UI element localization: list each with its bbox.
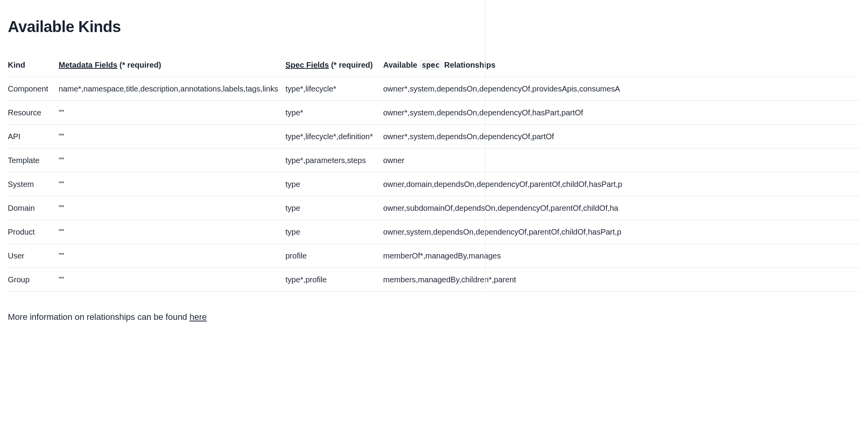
cell-spec: type* xyxy=(285,101,383,125)
cell-kind: Domain xyxy=(8,196,59,220)
cell-kind: Component xyxy=(8,77,59,101)
cell-relationships: owner*,system,dependsOn,dependencyOf,pro… xyxy=(383,77,860,101)
header-relationships-code: spec xyxy=(420,60,442,70)
cell-kind: API xyxy=(8,125,59,149)
spec-fields-link[interactable]: Spec Fields xyxy=(285,61,329,69)
header-relationships-suffix: Relationships xyxy=(442,61,495,69)
cell-relationships: memberOf*,managedBy,manages xyxy=(383,244,860,268)
cell-kind: User xyxy=(8,244,59,268)
cell-metadata: "" xyxy=(59,268,285,292)
metadata-fields-link[interactable]: Metadata Fields xyxy=(59,61,117,69)
cell-metadata: "" xyxy=(59,244,285,268)
cell-metadata: "" xyxy=(59,172,285,196)
table-row: Resource""type*owner*,system,dependsOn,d… xyxy=(8,101,860,125)
page-title: Available Kinds xyxy=(8,16,860,38)
cell-kind: Resource xyxy=(8,101,59,125)
cell-relationships: owner,system,dependsOn,dependencyOf,pare… xyxy=(383,220,860,244)
table-row: API""type*,lifecycle*,definition*owner*,… xyxy=(8,125,860,149)
table-row: Product""typeowner,system,dependsOn,depe… xyxy=(8,220,860,244)
footer-note-text: More information on relationships can be… xyxy=(8,312,190,322)
cell-metadata: "" xyxy=(59,125,285,149)
kinds-table: Kind Metadata Fields (* required) Spec F… xyxy=(8,53,860,292)
header-kind: Kind xyxy=(8,53,59,77)
vertical-divider xyxy=(485,0,485,289)
table-header-row: Kind Metadata Fields (* required) Spec F… xyxy=(8,53,860,77)
header-relationships: Available spec Relationships xyxy=(383,53,860,77)
table-row: Group""type*,profilemembers,managedBy,ch… xyxy=(8,268,860,292)
cell-spec: type xyxy=(285,172,383,196)
table-row: Domain""typeowner,subdomainOf,dependsOn,… xyxy=(8,196,860,220)
header-relationships-prefix: Available xyxy=(383,61,420,69)
cell-relationships: owner,subdomainOf,dependsOn,dependencyOf… xyxy=(383,196,860,220)
table-row: Componentname*,namespace,title,descripti… xyxy=(8,77,860,101)
table-row: System""typeowner,domain,dependsOn,depen… xyxy=(8,172,860,196)
cell-kind: Product xyxy=(8,220,59,244)
cell-kind: Template xyxy=(8,149,59,172)
cell-kind: Group xyxy=(8,268,59,292)
cell-metadata: "" xyxy=(59,101,285,125)
cell-spec: type*,lifecycle*,definition* xyxy=(285,125,383,149)
table-row: User""profilememberOf*,managedBy,manages xyxy=(8,244,860,268)
cell-spec: profile xyxy=(285,244,383,268)
cell-relationships: owner*,system,dependsOn,dependencyOf,par… xyxy=(383,125,860,149)
cell-spec: type xyxy=(285,196,383,220)
cell-metadata: "" xyxy=(59,196,285,220)
metadata-required-note: (* required) xyxy=(117,61,161,69)
header-metadata: Metadata Fields (* required) xyxy=(59,53,285,77)
cell-relationships: members,managedBy,children*,parent xyxy=(383,268,860,292)
cell-relationships: owner xyxy=(383,149,860,172)
cell-spec: type*,lifecycle* xyxy=(285,77,383,101)
table-row: Template""type*,parameters,stepsowner xyxy=(8,149,860,172)
cell-relationships: owner,domain,dependsOn,dependencyOf,pare… xyxy=(383,172,860,196)
footer-note: More information on relationships can be… xyxy=(8,311,860,323)
cell-spec: type xyxy=(285,220,383,244)
cell-spec: type*,profile xyxy=(285,268,383,292)
spec-required-note: (* required) xyxy=(329,61,373,69)
cell-metadata: "" xyxy=(59,149,285,172)
cell-relationships: owner*,system,dependsOn,dependencyOf,has… xyxy=(383,101,860,125)
footer-here-link[interactable]: here xyxy=(190,312,207,322)
cell-spec: type*,parameters,steps xyxy=(285,149,383,172)
cell-metadata: name*,namespace,title,description,annota… xyxy=(59,77,285,101)
cell-kind: System xyxy=(8,172,59,196)
cell-metadata: "" xyxy=(59,220,285,244)
header-spec: Spec Fields (* required) xyxy=(285,53,383,77)
